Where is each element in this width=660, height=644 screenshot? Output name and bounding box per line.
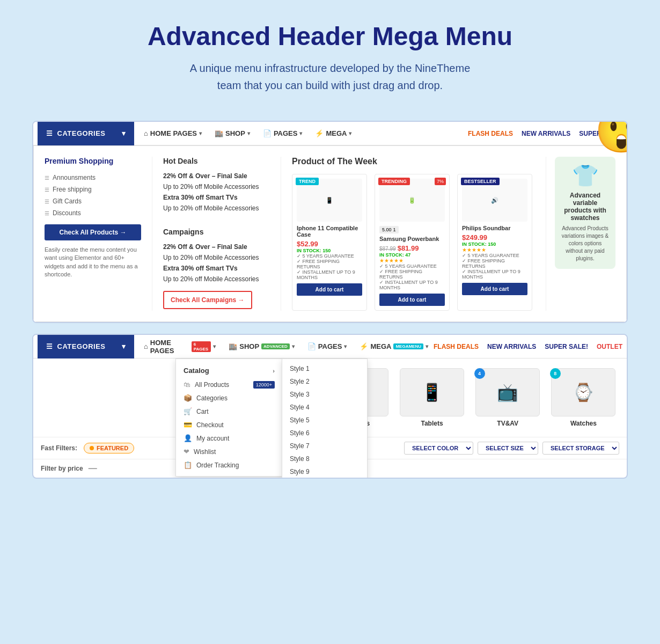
product-thumb-image: 📱 [400, 368, 464, 416]
deal-item[interactable]: Extra 30% off Smart TVs [163, 192, 270, 203]
chevron-icon: ▾ [344, 343, 347, 349]
mega-description: Easily create the menu content you want … [45, 246, 141, 279]
mega-col-deals: Hot Deals 22% Off & Over – Final Sale Up… [152, 157, 270, 311]
deal-item[interactable]: Up to 20% off Mobile Accessories [163, 181, 270, 192]
product-image: 🔊 [462, 179, 527, 222]
product-price: $249.99 [462, 233, 527, 241]
campaign-item[interactable]: Up to 20% off Mobile Accessories [163, 252, 270, 263]
guarantee-text: ✓ FREE SHIPPING RETURNS [462, 258, 527, 269]
products-row: TREND 📱 Iphone 11 Compatible Case $52.99… [292, 174, 535, 311]
discount-badge: 7% [435, 178, 446, 185]
catalog-dropdown: Catalog › 🛍 All Products 12000+ 📦 Catego… [175, 358, 283, 477]
nav-shop-2[interactable]: 🏬 SHOP ADVANCED ▾ [223, 340, 300, 353]
campaign-item[interactable]: Extra 30% off Smart TVs [163, 263, 270, 274]
product-thumb-tvav[interactable]: 4 📺 TV&AV [470, 364, 546, 431]
style-item[interactable]: Style 5 [282, 414, 367, 427]
check-campaigns-button[interactable]: Check All Campaigns → [163, 291, 252, 309]
catalog-cart[interactable]: 🛒 Cart [176, 405, 282, 418]
nav-pages-2[interactable]: 📄 PAGES ▾ [302, 340, 353, 353]
chevron-down-icon: ▾ [122, 129, 126, 137]
shop-icon: 🏬 [229, 342, 237, 350]
categories-button[interactable]: ☰ CATEGORIES ▾ [38, 122, 134, 145]
style-item[interactable]: Style 8 [282, 452, 367, 465]
check-all-products-button[interactable]: Check All Products → [45, 224, 141, 240]
guarantee-text: ✓ FREE SHIPPING RETURNS [297, 259, 362, 269]
mega-icon: ⚡ [315, 129, 324, 137]
nav-mega[interactable]: ⚡ MEGA ▾ [310, 127, 357, 140]
style-item[interactable]: Style 6 [282, 427, 367, 440]
add-to-cart-button[interactable]: Add to cart [462, 283, 527, 295]
flash-deals-link[interactable]: FLASH DEALS [468, 130, 513, 137]
outlet-link[interactable]: OUTLET [597, 343, 622, 350]
nav-pages[interactable]: 📄 PAGES ▾ [258, 127, 308, 140]
tracking-icon: 📋 [184, 461, 192, 469]
nav-mega-2[interactable]: ⚡ MEGA MEGAMENU ▾ [354, 340, 434, 353]
review-box: 5.00 1 [379, 226, 399, 233]
cart-icon: 🛒 [184, 407, 192, 415]
product-thumb-label: Watches [550, 420, 617, 427]
stock-status: IN STOCK: 150 [297, 248, 362, 253]
nav-home-pages-2[interactable]: ⌂ HOME PAGES 6 PAGES ▾ [138, 336, 221, 357]
swatches-title: Advanced variable products with swatches [561, 192, 609, 222]
page-title: Advanced Header Mega Menu [11, 21, 649, 51]
campaign-item[interactable]: 22% Off & Over – Final Sale [163, 241, 270, 252]
deal-item[interactable]: Up to 20% off Mobile Accessories [163, 203, 270, 214]
catalog-my-account[interactable]: 👤 My account [176, 431, 282, 445]
catalog-all-products[interactable]: 🛍 All Products 12000+ [176, 378, 282, 391]
add-to-cart-button[interactable]: Add to cart [379, 294, 445, 306]
chevron-icon: ▾ [247, 130, 250, 136]
premium-item[interactable]: Discounts [45, 207, 141, 219]
fast-filters-label: Fast Filters: [41, 444, 77, 452]
arrow-icon: › [273, 368, 275, 374]
mega-icon: ⚡ [360, 342, 368, 350]
product-thumb-watches[interactable]: 8 ⌚ Watches [546, 364, 621, 431]
premium-item[interactable]: Announsments [45, 172, 141, 184]
catalog-title: Catalog › [176, 363, 282, 378]
add-to-cart-button[interactable]: Add to cart [297, 283, 362, 296]
nav-home-pages[interactable]: ⌂ HOME PAGES ▾ [138, 127, 207, 140]
catalog-order-tracking[interactable]: 📋 Order Tracking [176, 458, 282, 472]
deal-item[interactable]: 22% Off & Over – Final Sale [163, 171, 270, 181]
guarantee-text: ✓ 5 YEARS GUARANTEE [462, 253, 527, 258]
campaigns-title: Campaigns [163, 228, 270, 236]
product-thumb-tablets[interactable]: 📱 Tablets [394, 364, 470, 431]
product-price: $52.99 [297, 240, 362, 248]
super-sale-link-2[interactable]: SUPER SALE! [545, 343, 588, 350]
campaign-item[interactable]: Up to 20% off Mobile Accessories [163, 274, 270, 284]
style-item[interactable]: Style 2 [282, 375, 367, 388]
select-size[interactable]: SELECT SIZE [478, 442, 538, 455]
premium-item[interactable]: Free shipping [45, 184, 141, 195]
product-thumb-image: ⌚ [551, 368, 615, 416]
style-item[interactable]: Style 3 [282, 388, 367, 401]
style-item[interactable]: Style 4 [282, 401, 367, 414]
style-load-more[interactable]: Load more [282, 478, 367, 479]
chevron-icon: ▾ [292, 343, 295, 349]
product-thumb-label: TV&AV [474, 420, 541, 427]
catalog-checkout[interactable]: 💳 Checkout [176, 418, 282, 431]
mega-col-premium: Premium Shopping Announsments Free shipp… [45, 157, 141, 311]
style-dropdown: Style 1 Style 2 Style 3 Style 4 Style 5 … [282, 358, 368, 479]
premium-item[interactable]: Gift Cards [45, 195, 141, 207]
swatches-desc: Advanced Products variations images & co… [561, 225, 609, 262]
price-dash: — [89, 464, 97, 473]
catalog-wishlist[interactable]: ❤ Wishlist [176, 445, 282, 458]
featured-filter-tag[interactable]: FEATURED [84, 443, 134, 453]
guarantee-text: ✓ INSTALLMENT UP TO 9 MONTHS [462, 269, 527, 280]
flash-deals-link-2[interactable]: FLASH DEALS [434, 343, 479, 350]
style-item[interactable]: Style 7 [282, 440, 367, 452]
new-arrivals-link[interactable]: NEW ARRIVALS [522, 130, 570, 137]
categories-button-2[interactable]: ☰ CATEGORIES ▾ [38, 335, 134, 358]
review-score: 5.00 [382, 227, 392, 232]
style-item[interactable]: Style 1 [282, 362, 367, 375]
nav-shop[interactable]: 🏬 SHOP ▾ [209, 127, 255, 140]
pages-icon: 📄 [263, 129, 272, 137]
select-storage[interactable]: SELECT STORAGE [542, 442, 619, 455]
shop-icon: 🏬 [215, 129, 223, 137]
catalog-categories[interactable]: 📦 Categories [176, 391, 282, 405]
select-color[interactable]: SELECT COLOR [404, 442, 473, 455]
new-arrivals-link-2[interactable]: NEW ARRIVALS [487, 343, 536, 350]
style-item[interactable]: Style 9 [282, 465, 367, 478]
rating-stars: ★★★★★ [379, 258, 445, 264]
hero-section: Advanced Header Mega Menu A unique menu … [0, 0, 660, 110]
premium-list: Announsments Free shipping Gift Cards Di… [45, 172, 141, 219]
